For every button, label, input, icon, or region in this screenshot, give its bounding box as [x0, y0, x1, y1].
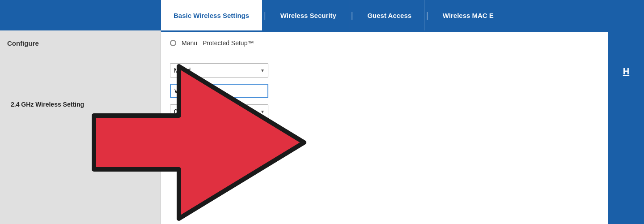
protected-setup-text: Protected Setup™ — [203, 39, 254, 47]
channel-width-wrapper: 0 MHz Only 20 MHz Only 40 MHz Only Auto — [170, 104, 268, 119]
disabled-label: Disabled — [207, 146, 231, 153]
configure-title: Configure — [7, 39, 153, 47]
nav-sep-2: | — [349, 0, 355, 30]
network-mode-wrapper: Mixed Wireless-B Only Wireless-G Only Wi… — [170, 63, 268, 78]
tab-wireless-mac[interactable]: Wireless MAC E — [430, 0, 644, 30]
top-nav: Basic Wireless Settings | Wireless Secur… — [0, 0, 644, 30]
setup-row: Manu Protected Setup™ — [161, 32, 644, 54]
help-link[interactable]: H — [623, 66, 629, 77]
radio-enabled[interactable] — [170, 146, 176, 152]
left-sidebar: Configure 2.4 GHz Wireless Setting — [0, 30, 161, 224]
main-content: Configure 2.4 GHz Wireless Setting Manu … — [0, 30, 644, 224]
page-wrapper: Basic Wireless Settings | Wireless Secur… — [0, 0, 644, 224]
section-24ghz-label: 2.4 GHz Wireless Setting — [7, 101, 153, 108]
tab-basic-wireless[interactable]: Basic Wireless Settings — [161, 0, 262, 30]
ssid-broadcast-row: bled Disabled — [170, 146, 635, 153]
nav-sep-1: | — [262, 0, 268, 30]
ssid-input[interactable] — [170, 84, 268, 98]
ssid-row — [170, 84, 635, 98]
enabled-label: bled — [179, 146, 191, 153]
channel-width-select[interactable]: 0 MHz Only 20 MHz Only 40 MHz Only Auto — [170, 104, 268, 119]
ssid-broadcast-disabled-option: Disabled — [198, 146, 231, 153]
right-sidebar: H — [608, 30, 644, 224]
channel-select[interactable]: 0 Auto 1 6 11 — [170, 125, 233, 139]
channel-wrapper: 0 Auto 1 6 11 — [170, 125, 233, 139]
network-mode-select[interactable]: Mixed Wireless-B Only Wireless-G Only Wi… — [170, 63, 268, 78]
radio-manual[interactable] — [170, 40, 176, 46]
nav-sep-3: | — [424, 0, 430, 30]
tab-wireless-security[interactable]: Wireless Security — [268, 0, 349, 30]
radio-disabled[interactable] — [198, 146, 204, 152]
channel-row: 0 Auto 1 6 11 — [170, 125, 635, 139]
form-area: Mixed Wireless-B Only Wireless-G Only Wi… — [161, 54, 644, 162]
manual-label: Manu — [182, 39, 197, 47]
content-panel: Manu Protected Setup™ Mixed Wireless-B O… — [161, 30, 644, 224]
tab-guest-access[interactable]: Guest Access — [355, 0, 424, 30]
network-mode-row: Mixed Wireless-B Only Wireless-G Only Wi… — [170, 63, 635, 78]
channel-width-row: 0 MHz Only 20 MHz Only 40 MHz Only Auto — [170, 104, 635, 119]
ssid-broadcast-enabled-option: bled — [170, 146, 191, 153]
